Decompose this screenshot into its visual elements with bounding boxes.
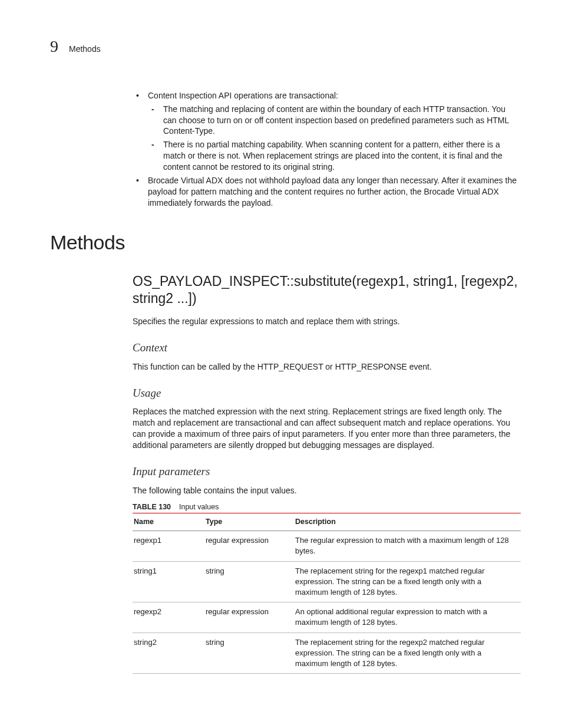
subheading-input-parameters: Input parameters [133,464,521,479]
input-parameters-text: The following table contains the input v… [133,485,521,496]
col-header-name: Name [133,513,204,531]
table-number: TABLE 130 [133,503,171,511]
list-item-text: Brocade Virtual ADX does not withhold pa… [148,176,517,207]
cell-description: The replacement string for the regexp1 m… [294,561,521,602]
list-item-text: There is no partial matching capability.… [163,140,503,172]
list-item-text: Content Inspection API operations are tr… [148,91,338,100]
cell-type: regular expression [204,531,294,561]
chapter-number: 9 [50,35,58,58]
table-header-row: Name Type Description [133,513,521,531]
subheading-context: Context [133,340,521,355]
cell-name: regexp2 [133,602,204,633]
section-heading-methods: Methods [50,229,521,256]
table-row: regexp1 regular expression The regular e… [133,531,521,561]
cell-description: An optional additional regular expressio… [294,602,521,633]
table-row: string1 string The replacement string fo… [133,561,521,602]
cell-description: The replacement string for the regexp2 m… [294,633,521,674]
table-row: string2 string The replacement string fo… [133,633,521,674]
cell-name: regexp1 [133,531,204,561]
list-item: There is no partial matching capability.… [148,139,521,173]
page-content: Content Inspection API operations are tr… [133,90,521,674]
cell-type: string [204,633,294,674]
method-description: Specifies the regular expressions to mat… [133,316,521,327]
cell-type: string [204,561,294,602]
col-header-description: Description [294,513,521,531]
cell-type: regular expression [204,602,294,633]
context-text: This function can be called by the HTTP_… [133,361,521,373]
table-caption: TABLE 130 Input values [133,502,521,512]
intro-bullet-list: Content Inspection API operations are tr… [133,90,521,209]
chapter-label: Methods [69,44,101,55]
list-item: Content Inspection API operations are tr… [133,90,521,173]
subheading-usage: Usage [133,386,521,401]
method-title: OS_PAYLOAD_INSPECT::substitute(regexp1, … [133,273,521,308]
cell-description: The regular expression to match with a m… [294,531,521,561]
usage-text: Replaces the matched expression with the… [133,406,521,451]
cell-name: string2 [133,633,204,674]
input-values-table: Name Type Description regexp1 regular ex… [133,513,521,674]
list-item: The matching and replacing of content ar… [148,104,521,137]
list-item-text: The matching and replacing of content ar… [163,104,509,136]
page-header: 9 Methods [50,35,521,58]
list-item: Brocade Virtual ADX does not withhold pa… [133,175,521,209]
sub-bullet-list: The matching and replacing of content ar… [148,104,521,173]
cell-name: string1 [133,561,204,602]
table-row: regexp2 regular expression An optional a… [133,602,521,633]
col-header-type: Type [204,513,294,531]
table-title: Input values [179,503,219,511]
